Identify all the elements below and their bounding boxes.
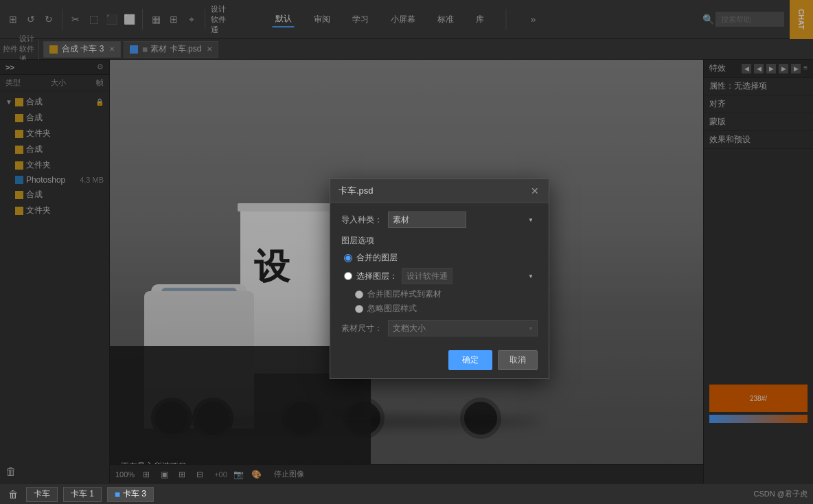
- sub-radio-2[interactable]: [355, 305, 363, 313]
- confirm-button[interactable]: 确定: [448, 350, 492, 370]
- taskbar-tab-label-1: 卡车 1: [71, 488, 94, 500]
- layer-name-select[interactable]: 设计软件通: [402, 268, 453, 284]
- taskbar-trash-icon[interactable]: 🗑: [5, 487, 21, 502]
- taskbar-tab-0[interactable]: 卡车: [26, 487, 58, 502]
- bottom-taskbar: 🗑 卡车 卡车 1 ◼ 卡车 3 CSDN @君子虎: [0, 483, 813, 504]
- import-type-row: 导入种类： 素材 合成 合成-保留图层大小: [341, 211, 538, 228]
- radio-choose-label: 选择图层：: [356, 271, 398, 282]
- radio-choose[interactable]: [344, 272, 352, 280]
- modal-titlebar: 卡车.psd ✕: [330, 179, 549, 203]
- layer-name-select-wrapper: 设计软件通: [402, 268, 538, 284]
- import-type-label: 导入种类：: [341, 214, 382, 226]
- taskbar-tab-label-2: 卡车 3: [123, 488, 146, 500]
- modal-close-button[interactable]: ✕: [529, 185, 540, 196]
- cancel-button[interactable]: 取消: [498, 350, 538, 370]
- size-row: 素材尺寸： 文档大小 图层大小: [341, 320, 538, 336]
- modal-body: 导入种类： 素材 合成 合成-保留图层大小 图层选项 合并的图层: [330, 203, 549, 345]
- taskbar-tab-2[interactable]: ◼ 卡车 3: [107, 487, 154, 502]
- radio-merge[interactable]: [344, 254, 352, 262]
- layer-options-title: 图层选项: [341, 235, 538, 247]
- csdn-watermark: CSDN @君子虎: [754, 489, 808, 499]
- sub-radio-1[interactable]: [355, 290, 363, 299]
- radio-merge-label: 合并的图层: [356, 252, 398, 264]
- size-label: 素材尺寸：: [341, 323, 382, 334]
- taskbar-tab-label-0: 卡车: [34, 488, 50, 500]
- taskbar-tab-indicator: ◼: [115, 490, 120, 498]
- sub-radio-row-1: 合并图层样式到素材: [355, 288, 538, 300]
- sub-radio-label-2: 忽略图层样式: [367, 303, 417, 314]
- modal-footer: 确定 取消: [330, 345, 549, 378]
- modal-title: 卡车.psd: [339, 185, 374, 197]
- modal-dialog: 卡车.psd ✕ 导入种类： 素材 合成 合成-保留图层大小 图层选项: [330, 179, 549, 379]
- modal-overlay: 卡车.psd ✕ 导入种类： 素材 合成 合成-保留图层大小 图层选项: [0, 0, 813, 504]
- taskbar-tab-1[interactable]: 卡车 1: [63, 487, 102, 502]
- import-type-select-wrapper: 素材 合成 合成-保留图层大小: [388, 211, 538, 228]
- import-type-select[interactable]: 素材 合成 合成-保留图层大小: [388, 211, 466, 228]
- sub-options: 合并图层样式到素材 忽略图层样式: [341, 288, 538, 314]
- radio-choose-row: 选择图层： 设计软件通: [341, 268, 538, 284]
- radio-merge-row: 合并的图层: [341, 252, 538, 264]
- sub-radio-row-2: 忽略图层样式: [355, 303, 538, 314]
- size-select-wrapper: 文档大小 图层大小: [388, 320, 538, 336]
- size-select[interactable]: 文档大小 图层大小: [388, 320, 538, 336]
- sub-radio-label-1: 合并图层样式到素材: [367, 288, 442, 300]
